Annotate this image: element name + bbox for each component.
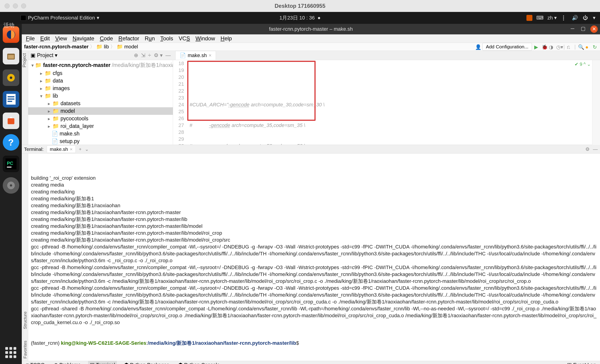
folder-icon: 📁 [35, 62, 42, 68]
tree-images[interactable]: ▸📁 images [28, 84, 173, 92]
git-icon[interactable]: ⎌ [567, 44, 572, 49]
rhythmbox-icon[interactable] [3, 69, 19, 86]
favorites-tab[interactable]: Favorites [22, 341, 28, 358]
tree-lib[interactable]: ▾📁 lib [28, 92, 173, 100]
gnome-system-tray: ⌨ zh ▾ ⡇ 🔊 ⏻ ▾ [526, 15, 595, 21]
close-icon[interactable]: × [208, 53, 212, 58]
menu-tools[interactable]: Tools [158, 34, 176, 43]
close-traffic-light[interactable] [5, 3, 10, 9]
network-icon[interactable]: ⡇ [561, 15, 567, 21]
menu-navigate[interactable]: Navigate [70, 34, 97, 43]
collapse-icon[interactable]: ÷ [148, 52, 151, 58]
gnome-clock[interactable]: 1月23日 10 : 36 ● [279, 14, 321, 21]
warnings-badge[interactable]: ✔ 9 ^ ⌄ [575, 61, 591, 67]
menu-code[interactable]: Code [97, 34, 115, 43]
pycharm-dock-icon[interactable]: PC [3, 156, 19, 172]
breadcrumb[interactable]: faster-rcnn.pytorch-master 〉 📁 lib 〉 📁 m… [24, 43, 138, 50]
menu-run[interactable]: Run [142, 34, 157, 43]
expand-all-icon[interactable]: ⇲ [141, 52, 145, 58]
line-num: 18 [173, 60, 184, 67]
add-configuration-button[interactable]: Add Configuration... [482, 43, 532, 51]
new-terminal-icon[interactable]: + [79, 147, 82, 152]
sync-icon[interactable]: ↻ [593, 44, 598, 49]
menu-help[interactable]: Help [218, 34, 234, 43]
menu-refactor[interactable]: Refactor [116, 34, 142, 43]
minimize-button[interactable]: ─ [569, 25, 576, 32]
menu-vcs[interactable]: VCS [177, 34, 192, 43]
files-icon[interactable] [3, 48, 19, 65]
terminal-body[interactable]: Structure Favorites building '_roi_crop'… [22, 154, 600, 361]
tree-setup[interactable]: 📄 setup.py [28, 138, 173, 145]
project-header: ▣ Project ▾ ⊕ ⇲ ÷ ⚙ ▾ — [28, 51, 173, 60]
run-icon[interactable]: ▶ [534, 44, 539, 49]
terminal-tab[interactable]: make.sh × [47, 146, 76, 153]
app-menu-label: PyCharm Professional Edition [28, 15, 95, 21]
volume-icon[interactable]: 🔊 [572, 15, 578, 21]
minimize-traffic-light[interactable] [13, 3, 18, 9]
project-tree[interactable]: ▾📁 faster-rcnn.pytorch-master /media/kin… [28, 60, 173, 145]
python-console-tab[interactable]: ⬢Python Console [177, 361, 221, 364]
tree-root[interactable]: ▾📁 faster-rcnn.pytorch-master /media/kin… [28, 61, 173, 69]
tray-keyboard-icon[interactable]: ⌨ [537, 15, 543, 21]
power-icon[interactable]: ⏻ [582, 15, 588, 21]
tree-cfgs[interactable]: ▸📁 cfgs [28, 69, 173, 77]
menu-file[interactable]: File [24, 34, 37, 43]
tree-makesh[interactable]: 📄 make.sh [28, 130, 173, 138]
hide-icon[interactable]: — [166, 52, 171, 58]
terminal-output: building '_roi_crop' extension creating … [31, 175, 598, 326]
libreoffice-writer-icon[interactable] [3, 91, 19, 108]
bottom-toolbar: ≡TODO ⊘Problems ▣Terminal ⬢Python Packag… [22, 361, 600, 364]
folder-icon: 📁 [45, 78, 51, 84]
user-icon[interactable]: 👤▾ [475, 44, 480, 49]
gear-icon[interactable]: ⚙ [585, 147, 590, 152]
coverage-icon[interactable]: ◑ [549, 44, 554, 49]
app-menu[interactable]: PyCharm Professional Edition ▾ [21, 15, 99, 21]
profile-icon[interactable]: ◷▾ [556, 44, 561, 49]
problems-label: Problems [59, 362, 81, 364]
debug-icon[interactable]: 🐞 [542, 44, 547, 49]
close-icon[interactable]: × [70, 147, 73, 152]
tray-app-icon[interactable] [526, 15, 532, 21]
menu-view[interactable]: View [53, 34, 69, 43]
editor-tab-label: make.sh [188, 53, 207, 58]
structure-tab[interactable]: Structure [22, 311, 28, 329]
help-icon[interactable]: ? [3, 134, 19, 151]
search-icon[interactable]: 🔍 [578, 44, 583, 49]
python-packages-tab[interactable]: ⬢Python Packages [122, 361, 171, 364]
maximize-button[interactable]: ▢ [580, 25, 586, 32]
zoom-traffic-light[interactable] [21, 3, 26, 9]
problems-tab[interactable]: ⊘Problems [52, 361, 83, 364]
project-side-tab[interactable]: Project [22, 53, 27, 67]
tree-roi-data-layer[interactable]: ▸📁 roi_data_layer [28, 122, 173, 130]
disk-icon[interactable] [3, 177, 19, 194]
todo-tab[interactable]: ≡TODO [24, 361, 47, 364]
toolbar-sep: | [563, 44, 565, 50]
update-icon[interactable]: ● [585, 44, 590, 49]
tree-root-path: /media/king/新加卷1/raoxiaoh [112, 62, 173, 69]
menu-window[interactable]: Window [193, 34, 217, 43]
menu-edit[interactable]: Edit [38, 34, 52, 43]
lang-label: zh [547, 15, 553, 21]
show-apps-button[interactable] [3, 345, 18, 360]
chevron-down-icon[interactable]: ▾ [593, 15, 595, 21]
event-log-icon: ◫ [567, 362, 572, 364]
activities-button[interactable]: 活动 [3, 21, 14, 29]
select-opened-icon[interactable]: ⊕ [134, 52, 138, 58]
close-button[interactable]: ✕ [590, 25, 598, 33]
tree-label: lib [53, 93, 58, 99]
line-num: 28 [173, 129, 184, 136]
project-dropdown[interactable]: ▣ Project ▾ [30, 52, 57, 58]
svg-point-4 [10, 76, 12, 79]
terminal-dropdown-icon[interactable]: ⌄ [85, 147, 89, 152]
ubuntu-software-icon[interactable] [3, 112, 19, 129]
terminal-tab[interactable]: ▣Terminal [88, 361, 117, 364]
editor-tab-makesh[interactable]: 📄 make.sh × [175, 51, 216, 60]
tree-model[interactable]: ▸📁 model [28, 107, 173, 115]
tree-data[interactable]: ▸📁 data [28, 77, 173, 84]
tree-pycocotools[interactable]: ▸📁 pycocotools [28, 115, 173, 122]
event-log-tab[interactable]: ◫Event Log [565, 361, 598, 364]
gear-icon[interactable]: ⚙ ▾ [154, 52, 163, 58]
input-language[interactable]: zh ▾ [547, 15, 557, 21]
tree-datasets[interactable]: ▸📁 datasets [28, 100, 173, 107]
hide-icon[interactable]: — [593, 147, 598, 152]
